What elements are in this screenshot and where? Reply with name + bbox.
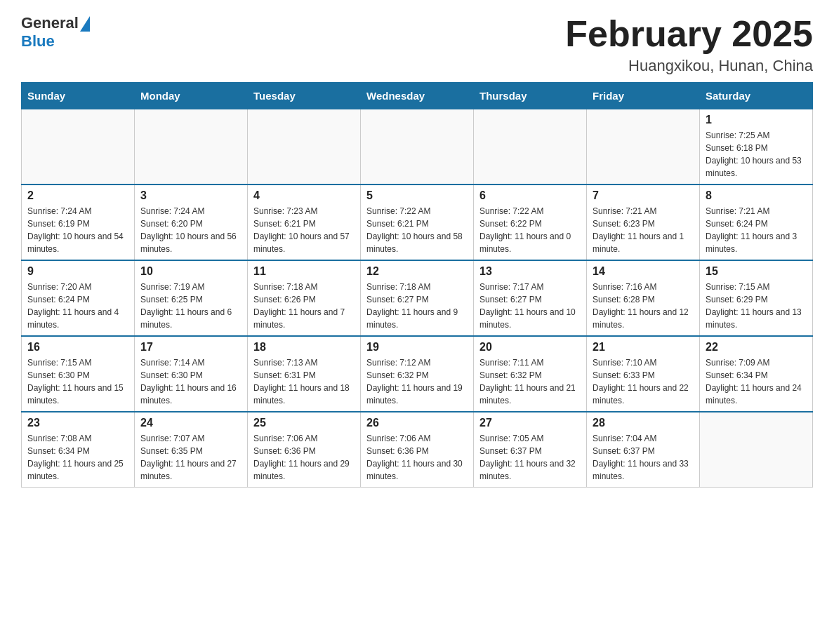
calendar-day-cell: 20Sunrise: 7:11 AMSunset: 6:32 PMDayligh… <box>474 336 587 412</box>
day-number: 25 <box>253 417 355 429</box>
logo-general-text: General <box>21 14 79 32</box>
calendar-day-cell: 1Sunrise: 7:25 AMSunset: 6:18 PMDaylight… <box>700 109 813 185</box>
day-number: 15 <box>706 265 807 278</box>
calendar-day-cell: 8Sunrise: 7:21 AMSunset: 6:24 PMDaylight… <box>700 185 813 260</box>
calendar-day-cell: 7Sunrise: 7:21 AMSunset: 6:23 PMDaylight… <box>587 185 700 260</box>
calendar-day-cell <box>700 412 813 488</box>
calendar-day-cell <box>22 109 135 185</box>
day-of-week-header: Thursday <box>474 83 587 109</box>
day-number: 11 <box>253 265 355 278</box>
calendar-title: February 2025 <box>565 14 813 54</box>
day-info: Sunrise: 7:24 AMSunset: 6:20 PMDaylight:… <box>140 205 241 255</box>
day-number: 3 <box>140 189 241 202</box>
calendar-body: 1Sunrise: 7:25 AMSunset: 6:18 PMDaylight… <box>22 109 813 488</box>
calendar-day-cell: 23Sunrise: 7:08 AMSunset: 6:34 PMDayligh… <box>22 412 135 488</box>
day-number: 7 <box>593 189 694 202</box>
day-number: 8 <box>706 189 807 202</box>
day-info: Sunrise: 7:22 AMSunset: 6:21 PMDaylight:… <box>366 205 468 255</box>
day-of-week-header: Friday <box>587 83 700 109</box>
day-number: 13 <box>479 265 581 278</box>
day-info: Sunrise: 7:11 AMSunset: 6:32 PMDaylight:… <box>479 356 581 407</box>
day-of-week-header: Monday <box>135 83 248 109</box>
calendar-day-cell: 2Sunrise: 7:24 AMSunset: 6:19 PMDaylight… <box>22 185 135 260</box>
day-number: 2 <box>27 189 128 202</box>
day-number: 6 <box>479 189 581 202</box>
day-number: 26 <box>366 417 468 429</box>
day-info: Sunrise: 7:15 AMSunset: 6:29 PMDaylight:… <box>706 281 807 331</box>
day-info: Sunrise: 7:06 AMSunset: 6:36 PMDaylight:… <box>253 432 355 483</box>
calendar-day-cell <box>474 109 587 185</box>
day-number: 16 <box>27 341 128 354</box>
calendar-day-cell: 28Sunrise: 7:04 AMSunset: 6:37 PMDayligh… <box>587 412 700 488</box>
calendar-day-cell <box>248 109 361 185</box>
page-header: General Blue February 2025 Huangxikou, H… <box>21 14 813 75</box>
calendar-day-cell: 15Sunrise: 7:15 AMSunset: 6:29 PMDayligh… <box>700 260 813 336</box>
day-info: Sunrise: 7:05 AMSunset: 6:37 PMDaylight:… <box>479 432 581 483</box>
day-number: 20 <box>479 341 581 354</box>
day-info: Sunrise: 7:12 AMSunset: 6:32 PMDaylight:… <box>366 356 468 407</box>
title-block: February 2025 Huangxikou, Hunan, China <box>565 14 813 75</box>
calendar-table: SundayMondayTuesdayWednesdayThursdayFrid… <box>21 82 813 488</box>
day-number: 18 <box>253 341 355 354</box>
calendar-day-cell: 11Sunrise: 7:18 AMSunset: 6:26 PMDayligh… <box>248 260 361 336</box>
day-info: Sunrise: 7:06 AMSunset: 6:36 PMDaylight:… <box>366 432 468 483</box>
calendar-week-row: 2Sunrise: 7:24 AMSunset: 6:19 PMDaylight… <box>22 185 813 260</box>
calendar-subtitle: Huangxikou, Hunan, China <box>565 57 813 75</box>
day-info: Sunrise: 7:21 AMSunset: 6:23 PMDaylight:… <box>593 205 694 255</box>
day-number: 10 <box>140 265 241 278</box>
calendar-day-cell: 13Sunrise: 7:17 AMSunset: 6:27 PMDayligh… <box>474 260 587 336</box>
calendar-day-cell <box>135 109 248 185</box>
calendar-week-row: 9Sunrise: 7:20 AMSunset: 6:24 PMDaylight… <box>22 260 813 336</box>
day-number: 27 <box>479 417 581 429</box>
calendar-day-cell: 16Sunrise: 7:15 AMSunset: 6:30 PMDayligh… <box>22 336 135 412</box>
day-number: 17 <box>140 341 241 354</box>
day-info: Sunrise: 7:24 AMSunset: 6:19 PMDaylight:… <box>27 205 128 255</box>
calendar-day-cell: 25Sunrise: 7:06 AMSunset: 6:36 PMDayligh… <box>248 412 361 488</box>
day-info: Sunrise: 7:08 AMSunset: 6:34 PMDaylight:… <box>27 432 128 483</box>
calendar-day-cell: 3Sunrise: 7:24 AMSunset: 6:20 PMDaylight… <box>135 185 248 260</box>
day-info: Sunrise: 7:22 AMSunset: 6:22 PMDaylight:… <box>479 205 581 255</box>
day-info: Sunrise: 7:25 AMSunset: 6:18 PMDaylight:… <box>706 129 807 180</box>
logo-blue-text: Blue <box>21 32 90 51</box>
calendar-day-cell: 4Sunrise: 7:23 AMSunset: 6:21 PMDaylight… <box>248 185 361 260</box>
logo-wordmark: General Blue <box>21 14 90 51</box>
day-number: 14 <box>593 265 694 278</box>
day-number: 22 <box>706 341 807 354</box>
day-info: Sunrise: 7:23 AMSunset: 6:21 PMDaylight:… <box>253 205 355 255</box>
calendar-day-cell <box>361 109 474 185</box>
calendar-day-cell: 21Sunrise: 7:10 AMSunset: 6:33 PMDayligh… <box>587 336 700 412</box>
calendar-day-cell: 19Sunrise: 7:12 AMSunset: 6:32 PMDayligh… <box>361 336 474 412</box>
day-of-week-header: Tuesday <box>248 83 361 109</box>
calendar-day-cell <box>587 109 700 185</box>
day-of-week-header: Wednesday <box>361 83 474 109</box>
calendar-day-cell: 10Sunrise: 7:19 AMSunset: 6:25 PMDayligh… <box>135 260 248 336</box>
day-of-week-header: Sunday <box>22 83 135 109</box>
day-number: 24 <box>140 417 241 429</box>
calendar-week-row: 1Sunrise: 7:25 AMSunset: 6:18 PMDaylight… <box>22 109 813 185</box>
day-info: Sunrise: 7:17 AMSunset: 6:27 PMDaylight:… <box>479 281 581 331</box>
day-number: 21 <box>593 341 694 354</box>
logo: General Blue <box>21 14 90 51</box>
day-info: Sunrise: 7:21 AMSunset: 6:24 PMDaylight:… <box>706 205 807 255</box>
day-info: Sunrise: 7:15 AMSunset: 6:30 PMDaylight:… <box>27 356 128 407</box>
day-number: 19 <box>366 341 468 354</box>
day-number: 4 <box>253 189 355 202</box>
calendar-day-cell: 27Sunrise: 7:05 AMSunset: 6:37 PMDayligh… <box>474 412 587 488</box>
calendar-day-cell: 5Sunrise: 7:22 AMSunset: 6:21 PMDaylight… <box>361 185 474 260</box>
calendar-day-cell: 9Sunrise: 7:20 AMSunset: 6:24 PMDaylight… <box>22 260 135 336</box>
day-info: Sunrise: 7:07 AMSunset: 6:35 PMDaylight:… <box>140 432 241 483</box>
calendar-day-cell: 24Sunrise: 7:07 AMSunset: 6:35 PMDayligh… <box>135 412 248 488</box>
calendar-week-row: 23Sunrise: 7:08 AMSunset: 6:34 PMDayligh… <box>22 412 813 488</box>
day-info: Sunrise: 7:09 AMSunset: 6:34 PMDaylight:… <box>706 356 807 407</box>
days-of-week-row: SundayMondayTuesdayWednesdayThursdayFrid… <box>22 83 813 109</box>
day-number: 5 <box>366 189 468 202</box>
day-info: Sunrise: 7:04 AMSunset: 6:37 PMDaylight:… <box>593 432 694 483</box>
day-number: 23 <box>27 417 128 429</box>
calendar-day-cell: 18Sunrise: 7:13 AMSunset: 6:31 PMDayligh… <box>248 336 361 412</box>
day-of-week-header: Saturday <box>700 83 813 109</box>
calendar-day-cell: 12Sunrise: 7:18 AMSunset: 6:27 PMDayligh… <box>361 260 474 336</box>
day-info: Sunrise: 7:13 AMSunset: 6:31 PMDaylight:… <box>253 356 355 407</box>
day-number: 28 <box>593 417 694 429</box>
day-info: Sunrise: 7:16 AMSunset: 6:28 PMDaylight:… <box>593 281 694 331</box>
logo-triangle-icon <box>80 16 90 32</box>
